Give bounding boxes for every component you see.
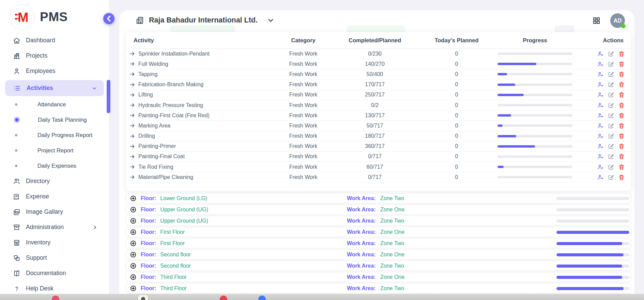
edit-button[interactable]	[608, 133, 614, 139]
delete-button[interactable]	[618, 81, 625, 88]
expand-plus-icon[interactable]	[130, 229, 137, 236]
expand-plus-icon[interactable]	[130, 285, 137, 292]
edit-button[interactable]	[608, 81, 614, 88]
bullet-dot-icon	[15, 165, 17, 167]
assign-user-button[interactable]	[597, 112, 604, 119]
floor-label: Floor:	[141, 207, 156, 213]
delete-button[interactable]	[618, 143, 625, 150]
sidebar-item-administration[interactable]: Administration	[0, 220, 109, 235]
assign-user-button[interactable]	[597, 133, 604, 139]
dock-app-icon[interactable]	[258, 296, 266, 300]
assign-user-button[interactable]	[597, 61, 604, 68]
edit-button[interactable]	[608, 91, 614, 98]
delete-button[interactable]	[618, 174, 625, 181]
edit-button[interactable]	[608, 153, 614, 160]
delete-button[interactable]	[618, 112, 625, 119]
work-area-value: Zone One	[380, 274, 404, 280]
apps-grid-button[interactable]	[592, 16, 601, 25]
sidebar-subitem-project-report[interactable]: Project Report	[0, 143, 109, 158]
floor-row[interactable]: Floor: First Floor Work Area: Zone One	[126, 227, 631, 237]
expand-plus-icon[interactable]	[130, 262, 137, 269]
sidebar-item-inventory[interactable]: Inventory	[0, 235, 109, 250]
floor-row[interactable]: Floor: Upper Ground (UG) Work Area: Zone…	[126, 216, 631, 226]
floor-progress-bar	[556, 287, 629, 290]
sidebar-collapse-button[interactable]	[103, 13, 114, 24]
assign-user-button[interactable]	[597, 174, 604, 181]
expand-plus-icon[interactable]	[130, 217, 137, 224]
delete-button[interactable]	[618, 71, 625, 78]
arrow-right-icon	[129, 102, 135, 108]
assign-user-button[interactable]	[597, 102, 604, 109]
delete-button[interactable]	[618, 102, 625, 109]
edit-button[interactable]	[608, 143, 614, 150]
floor-row[interactable]: Floor: Third Floor Work Area: Zone One	[126, 272, 631, 282]
delete-button[interactable]	[618, 91, 625, 98]
dock-app-icon[interactable]	[138, 295, 148, 300]
expand-plus-icon[interactable]	[130, 240, 137, 247]
sidebar-item-activities[interactable]: Activities	[5, 80, 104, 96]
delete-button[interactable]	[618, 50, 625, 57]
bullet-dot-icon	[15, 118, 19, 122]
dock-app-icon[interactable]	[220, 296, 227, 300]
edit-button[interactable]	[608, 122, 614, 129]
activity-progress-bar	[497, 114, 572, 117]
assign-user-button[interactable]	[597, 143, 604, 150]
edit-button[interactable]	[608, 164, 614, 170]
floor-label: Floor:	[141, 252, 156, 258]
edit-button[interactable]	[608, 61, 614, 68]
sidebar-item-expense[interactable]: Expense	[0, 189, 109, 204]
edit-button[interactable]	[608, 102, 614, 109]
sidebar-item-projects[interactable]: Projects	[0, 48, 109, 63]
floor-row[interactable]: Floor: Second floor Work Area: Zone One	[126, 250, 631, 259]
assign-user-button[interactable]	[597, 91, 604, 98]
completed-planned-value: 50/717	[334, 123, 416, 129]
sidebar-subitem-daily-progress-report[interactable]: Daily Progress Report	[0, 127, 109, 143]
assign-user-button[interactable]	[597, 71, 604, 78]
todays-planned-value: 0	[416, 164, 497, 170]
floor-row[interactable]: Floor: Third Floor Work Area: Zone Two	[126, 283, 631, 293]
floor-row[interactable]: Floor: First Floor Work Area: Zone Two	[126, 238, 631, 248]
assign-user-button[interactable]	[597, 81, 604, 88]
expand-plus-icon[interactable]	[130, 206, 137, 213]
sidebar-item-directory[interactable]: Directory	[0, 174, 109, 189]
sidebar-item-support[interactable]: Support	[0, 250, 109, 266]
edit-button[interactable]	[608, 174, 614, 181]
expand-plus-icon[interactable]	[130, 251, 137, 258]
sidebar-item-documentation[interactable]: Documentation	[0, 266, 109, 281]
dock-app-icon[interactable]	[52, 296, 59, 300]
delete-button[interactable]	[618, 122, 625, 129]
assign-user-button[interactable]	[597, 164, 604, 170]
expand-plus-icon[interactable]	[130, 195, 137, 202]
sidebar-subitem-attendance[interactable]: Attendance	[0, 97, 109, 112]
completed-planned-value: 170/717	[334, 81, 416, 88]
assign-user-button[interactable]	[597, 122, 604, 129]
sidebar-scrollbar-thumb[interactable]	[107, 80, 110, 113]
delete-button[interactable]	[618, 153, 625, 160]
edit-button[interactable]	[608, 71, 614, 78]
activity-row: Full Welding Fresh Work 140/270 0	[126, 59, 631, 69]
delete-button[interactable]	[618, 164, 625, 170]
activity-name: Fabrication-Branch Making	[138, 81, 203, 88]
edit-button[interactable]	[608, 112, 614, 119]
floor-value: Second floor	[160, 252, 191, 258]
assign-user-button[interactable]	[597, 153, 604, 160]
todays-planned-value: 0	[416, 123, 497, 129]
arrow-right-icon	[129, 144, 135, 149]
floor-row[interactable]: Floor: Second floor Work Area: Zone Two	[126, 261, 631, 271]
user-avatar[interactable]: AD	[610, 13, 625, 28]
sidebar-item-employees[interactable]: Employees	[0, 63, 109, 79]
sidebar-subitem-daily-expenses[interactable]: Daily Expenses	[0, 158, 109, 174]
sidebar-item-image-gallary[interactable]: Image Gallary	[0, 204, 109, 220]
sidebar-item-dashboard[interactable]: Dashboard	[0, 33, 109, 48]
delete-button[interactable]	[618, 133, 625, 139]
company-selector[interactable]: Raja Bahadur International Ltd.	[135, 16, 275, 25]
assign-user-button[interactable]	[597, 50, 604, 57]
delete-button[interactable]	[618, 61, 625, 68]
sidebar-subitem-daily-task-planning[interactable]: Daily Task Planning	[0, 112, 109, 127]
floor-row[interactable]: Floor: Upper Ground (UG) Work Area: Zone…	[126, 205, 631, 214]
expand-plus-icon[interactable]	[130, 274, 137, 281]
work-area-value: Zone One	[380, 229, 404, 235]
floor-value: Third Floor	[160, 285, 186, 291]
edit-button[interactable]	[608, 50, 614, 57]
floor-row[interactable]: Floor: Lower Ground (LG) Work Area: Zone…	[126, 193, 631, 203]
